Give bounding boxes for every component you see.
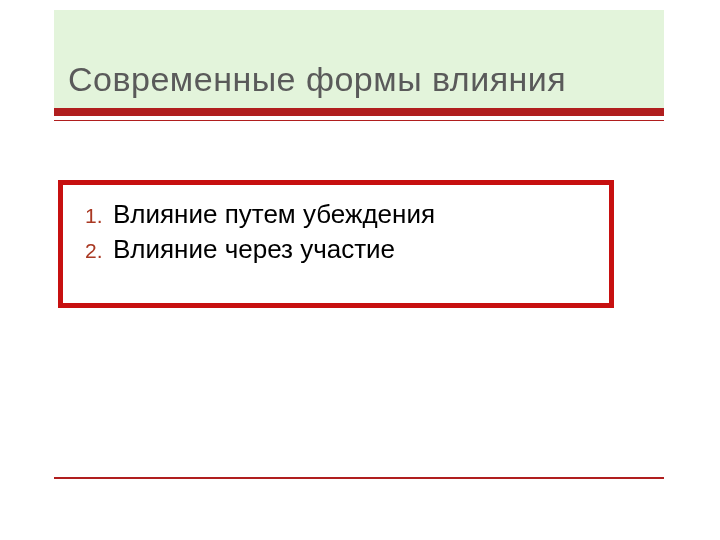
content-box: 1. Влияние путем убеждения 2. Влияние че… [58,180,614,308]
title-underline-thick [54,108,664,116]
influence-list: 1. Влияние путем убеждения 2. Влияние че… [85,199,599,265]
list-item: 1. Влияние путем убеждения [85,199,599,230]
title-underline-thin [54,120,664,121]
list-number: 2. [85,239,113,263]
list-text: Влияние через участие [113,234,395,265]
list-text: Влияние путем убеждения [113,199,435,230]
list-number: 1. [85,204,113,228]
slide-title: Современные формы влияния [68,60,566,99]
footer-line [54,477,664,479]
list-item: 2. Влияние через участие [85,234,599,265]
